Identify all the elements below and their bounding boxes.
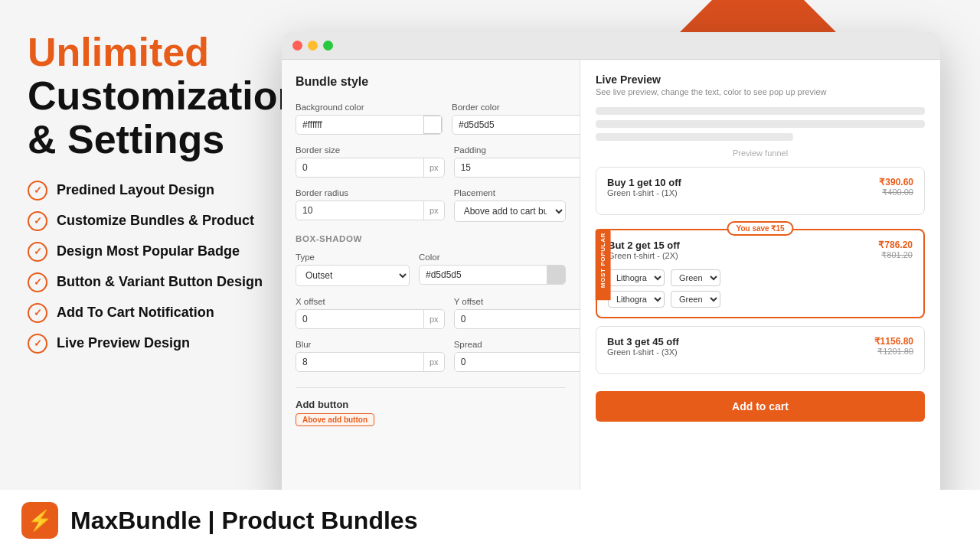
form-row-xy-offset: X offset px Y offset px [296,297,566,329]
bundle-item-2-subtitle: Green t-shirt - (2X) [608,251,680,260]
skeleton-line-2 [596,120,925,128]
bg-color-input[interactable] [296,116,423,134]
bundle-item-2[interactable]: MOST POPULAR You save ₹15 But 2 get 15 o… [596,229,925,318]
form-group-padding: Padding px [454,145,580,178]
add-button-label: Add button [296,399,566,410]
x-offset-input-wrap[interactable]: px [296,309,445,329]
bundle-select-2a[interactable]: Lithogra [608,291,665,308]
bg-color-swatch[interactable] [423,116,442,134]
type-select[interactable]: None Outset Inset [296,265,410,286]
features-list: ✓ Predined Layout Design ✓ Customize Bun… [28,181,271,354]
border-color-input[interactable] [452,116,580,134]
bundle-item-3-prices: ₹1156.80 ₹1201.80 [874,336,913,357]
border-radius-input[interactable] [296,201,423,220]
blur-input-wrap[interactable]: px [296,352,445,372]
feature-label: Predined Layout Design [57,182,214,198]
feature-label: Add To Cart Notification [57,305,214,321]
form-group-placement: Placement Above add to cart button Below… [454,188,566,222]
mac-minimize-button[interactable] [308,41,318,51]
bundle-item-3-header: But 3 get 45 off Green t-shirt - (3X) ₹1… [607,336,913,363]
form-row-radius-placement: Border radius px Placement Above add to … [296,188,566,222]
mac-window: Bundle style Background color Border col… [282,32,940,507]
bundle-select-1a[interactable]: Lithogra [608,269,665,286]
blur-input[interactable] [296,353,423,371]
form-row-colors: Background color Border color [296,103,566,135]
feature-item: ✓ Add To Cart Notification [28,303,271,323]
shadow-color-label: Color [419,253,566,262]
mac-titlebar [282,32,940,60]
blur-label: Blur [296,340,445,349]
skeleton-line-3 [596,133,793,141]
bundle-item-3-title: But 3 get 45 off [607,336,679,347]
bundle-item-1-title: Buy 1 get 10 off [607,177,681,188]
border-color-label: Border color [452,103,580,112]
you-save-badge: You save ₹15 [727,221,793,236]
y-offset-input-wrap[interactable]: px [454,309,580,329]
brand-icon: ⚡ [21,502,58,539]
shadow-color-input-wrap[interactable] [419,265,566,285]
check-icon: ✓ [28,211,47,231]
feature-item: ✓ Live Preview Design [28,334,271,354]
add-button-placement: Above add button [296,413,374,426]
feature-item: ✓ Customize Bundles & Product [28,211,271,231]
most-popular-badge: MOST POPULAR [596,229,611,300]
bundle-select-2b[interactable]: Green [671,291,720,308]
bundle-item-1-header: Buy 1 get 10 off Green t-shirt - (1X) ₹3… [607,177,913,204]
bundle-item-1-subtitle: Green t-shirt - (1X) [607,188,681,197]
form-group-spread: Spread px [454,340,580,372]
bundle-item-1-price-old: ₹400.00 [879,187,913,197]
form-row-blur-spread: Blur px Spread px [296,340,566,372]
bundle-item-1[interactable]: Buy 1 get 10 off Green t-shirt - (1X) ₹3… [596,167,925,215]
bundle-item-2-selects: Lithogra Green [608,269,913,286]
bundle-item-3-price-new: ₹1156.80 [874,336,913,347]
border-color-input-wrap[interactable] [452,115,580,135]
preview-panel: Live Preview See live preview, change th… [580,60,940,507]
border-radius-input-wrap[interactable]: px [296,201,445,220]
mac-maximize-button[interactable] [323,41,333,51]
panel-title: Bundle style [296,75,566,89]
shadow-color-input[interactable] [420,266,547,284]
headline: Unlimited Customization& Settings [28,31,271,162]
feature-label: Button & Variant Button Design [57,274,263,290]
spread-input-wrap[interactable]: px [454,352,580,372]
bundle-item-3[interactable]: But 3 get 45 off Green t-shirt - (3X) ₹1… [596,326,925,374]
spread-input[interactable] [455,353,580,371]
bundle-item-1-price-new: ₹390.60 [879,177,913,187]
check-icon: ✓ [28,181,47,201]
placement-label: Placement [454,188,566,197]
add-button-section: Add button Above add button [296,387,566,426]
placement-select[interactable]: Above add to cart button Below add to ca… [454,201,566,222]
blur-unit: px [423,353,444,371]
y-offset-input[interactable] [455,310,580,328]
padding-input[interactable] [455,158,580,177]
bg-color-input-wrap[interactable] [296,115,443,135]
form-row-size-padding: Border size px Padding px [296,145,566,178]
bottom-bar: ⚡ MaxBundle | Product Bundles [0,490,980,551]
bundle-item-3-info: But 3 get 45 off Green t-shirt - (3X) [607,336,679,363]
feature-item: ✓ Button & Variant Button Design [28,272,271,292]
form-group-type: Type None Outset Inset [296,253,410,286]
mac-close-button[interactable] [292,41,302,51]
padding-input-wrap[interactable]: px [454,158,580,178]
left-panel: Unlimited Customization& Settings ✓ Pred… [0,0,299,490]
border-size-input[interactable] [296,158,423,177]
x-offset-label: X offset [296,297,445,306]
feature-item: ✓ Design Most Popular Badge [28,242,271,262]
bundle-select-1b[interactable]: Green [671,269,720,286]
box-shadow-section-title: BOX-SHADOW [296,234,566,243]
spread-label: Spread [454,340,580,349]
border-size-input-wrap[interactable]: px [296,158,445,178]
check-icon: ✓ [28,242,47,262]
bundle-item-2-selects-2: Lithogra Green [608,291,913,308]
bundle-item-2-title: But 2 get 15 off [608,240,680,251]
bundle-item-3-subtitle: Green t-shirt - (3X) [607,347,679,357]
feature-item: ✓ Predined Layout Design [28,181,271,201]
check-icon: ✓ [28,303,47,323]
x-offset-input[interactable] [296,310,423,328]
bundle-item-1-prices: ₹390.60 ₹400.00 [879,177,913,197]
check-icon: ✓ [28,272,47,292]
shadow-color-swatch[interactable] [547,266,565,284]
add-to-cart-button[interactable]: Add to cart [596,391,925,422]
config-panel: Bundle style Background color Border col… [282,60,580,507]
form-row-type-color: Type None Outset Inset Color [296,253,566,286]
